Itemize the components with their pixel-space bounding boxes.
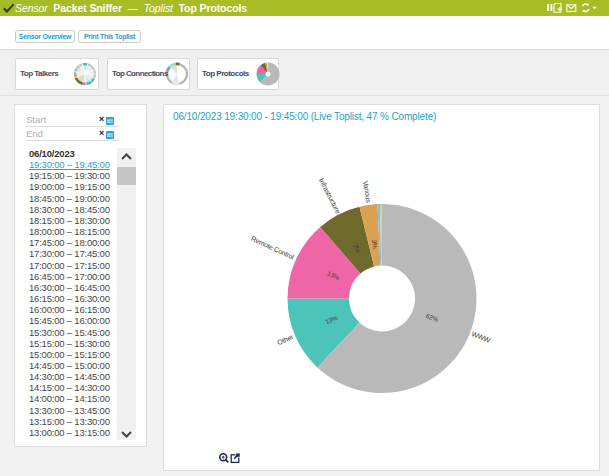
svg-text:Remote Control: Remote Control	[250, 235, 296, 261]
svg-text:WWW: WWW	[471, 330, 492, 344]
svg-text:Other: Other	[276, 333, 295, 346]
svg-text:Infrastructure: Infrastructure	[318, 177, 342, 215]
svg-text:3%: 3%	[371, 239, 379, 249]
svg-text:Various: Various	[362, 180, 372, 203]
